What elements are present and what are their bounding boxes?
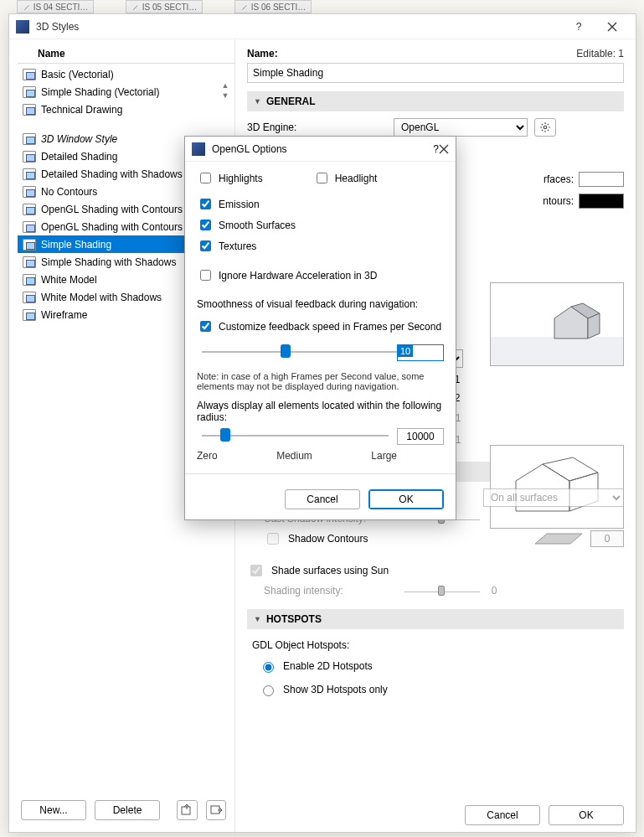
fps-input[interactable]: 10 bbox=[397, 344, 444, 361]
hotspots-3d-radio[interactable] bbox=[263, 685, 274, 696]
sun-mode-select: On all surfaces bbox=[483, 488, 624, 507]
highlights-checkbox[interactable] bbox=[200, 173, 211, 183]
style-icon bbox=[23, 239, 36, 251]
section-general[interactable]: ▼ GENERAL bbox=[247, 91, 624, 111]
shading-slider bbox=[404, 584, 480, 597]
contours-color[interactable] bbox=[579, 194, 624, 209]
shade-sun-checkbox bbox=[250, 565, 262, 576]
engine-options-button[interactable] bbox=[534, 118, 556, 137]
style-item[interactable]: Technical Drawing bbox=[18, 101, 234, 118]
style-item[interactable]: Simple Shading (Vectorial) bbox=[18, 83, 234, 101]
radius-label: Always display all elements located with… bbox=[197, 400, 444, 423]
style-label: Simple Shading with Shadows bbox=[41, 256, 176, 268]
ignore-hw-checkbox[interactable] bbox=[200, 270, 211, 281]
style-label: Detailed Shading bbox=[41, 151, 117, 163]
contours-label: ntours: bbox=[543, 195, 574, 207]
style-item[interactable]: Basic (Vectorial) bbox=[18, 65, 234, 83]
style-icon bbox=[23, 256, 36, 268]
svg-point-2 bbox=[544, 126, 547, 129]
radius-input[interactable] bbox=[397, 428, 444, 445]
radius-slider[interactable] bbox=[220, 428, 230, 442]
style-icon bbox=[23, 274, 36, 286]
hotspots-label: GDL Object Hotspots: bbox=[247, 636, 624, 654]
export-button[interactable] bbox=[206, 800, 226, 820]
style-icon bbox=[23, 204, 36, 215]
style-icon bbox=[23, 104, 36, 116]
style-label: White Model with Shadows bbox=[41, 292, 162, 303]
shadow-contours-value bbox=[590, 530, 624, 547]
style-label: Simple Shading (Vectorial) bbox=[41, 86, 159, 98]
style-label: Technical Drawing bbox=[41, 104, 122, 116]
style-icon bbox=[23, 186, 36, 198]
import-button[interactable] bbox=[177, 800, 197, 820]
section-hotspots[interactable]: ▼ HOTSPOTS bbox=[247, 609, 624, 629]
modal-close-button[interactable] bbox=[439, 144, 449, 154]
svg-marker-11 bbox=[535, 534, 582, 544]
surfaces-label: rfaces: bbox=[544, 173, 574, 185]
style-icon bbox=[23, 86, 36, 98]
delete-style-button[interactable]: Delete bbox=[95, 800, 160, 820]
engine-label: 3D Engine: bbox=[247, 121, 394, 133]
column-header-name[interactable]: Name bbox=[18, 44, 234, 64]
style-label: Detailed Shading with Shadows bbox=[41, 168, 183, 180]
window-title: 3D Styles bbox=[36, 21, 562, 33]
preview-contours bbox=[490, 445, 624, 529]
style-icon bbox=[23, 221, 36, 233]
ok-button[interactable]: OK bbox=[549, 805, 624, 825]
modal-help-button[interactable]: ? bbox=[433, 143, 439, 155]
shadow-preview-icon bbox=[533, 532, 584, 545]
surfaces-color[interactable] bbox=[579, 172, 624, 187]
engine-select[interactable]: OpenGL bbox=[394, 118, 528, 137]
style-name-input[interactable] bbox=[247, 63, 624, 83]
titlebar: 3D Styles ? bbox=[9, 14, 636, 39]
style-icon bbox=[23, 168, 36, 180]
headlight-checkbox[interactable] bbox=[317, 173, 327, 183]
preview-shading bbox=[490, 282, 624, 366]
style-label: No Contours bbox=[41, 186, 97, 198]
chevron-down-icon: ▼ bbox=[254, 615, 261, 623]
fps-checkbox[interactable] bbox=[200, 321, 211, 332]
shadow-contours-checkbox bbox=[267, 533, 279, 545]
modal-cancel-button[interactable]: Cancel bbox=[285, 489, 360, 509]
close-button[interactable] bbox=[595, 15, 629, 39]
chevron-down-icon: ▼ bbox=[254, 97, 261, 106]
svg-rect-0 bbox=[182, 807, 190, 814]
style-label: White Model bbox=[41, 274, 97, 286]
emission-checkbox[interactable] bbox=[200, 199, 211, 209]
style-icon bbox=[23, 151, 36, 163]
svg-marker-9 bbox=[543, 457, 598, 481]
scroll-indicator[interactable]: ▲▼ bbox=[219, 81, 231, 100]
fps-slider[interactable]: 10 bbox=[197, 339, 444, 364]
style-icon bbox=[23, 292, 36, 303]
style-label: 3D Window Style bbox=[41, 133, 117, 145]
modal-title: OpenGL Options bbox=[212, 143, 433, 155]
editable-label: Editable: 1 bbox=[576, 48, 624, 59]
style-label: Simple Shading bbox=[41, 239, 111, 251]
opengl-options-dialog: OpenGL Options ? Highlights Headlight Em… bbox=[184, 136, 456, 520]
style-label: OpenGL Shading with Contours w bbox=[41, 221, 193, 233]
style-icon bbox=[23, 69, 36, 80]
help-button[interactable]: ? bbox=[562, 15, 595, 39]
smoothness-label: Smoothness of visual feedback during nav… bbox=[197, 298, 444, 310]
smooth-checkbox[interactable] bbox=[200, 220, 211, 230]
fps-note: Note: in case of a high Frames per Secon… bbox=[197, 371, 444, 391]
textures-checkbox[interactable] bbox=[200, 240, 211, 251]
style-label: Basic (Vectorial) bbox=[41, 69, 114, 80]
app-icon bbox=[16, 20, 29, 34]
style-icon bbox=[23, 133, 36, 145]
modal-ok-button[interactable]: OK bbox=[368, 489, 444, 509]
cancel-button[interactable]: Cancel bbox=[465, 805, 540, 825]
hotspots-2d-radio[interactable] bbox=[263, 662, 274, 673]
style-label: Wireframe bbox=[41, 309, 87, 321]
app-icon bbox=[192, 142, 205, 156]
style-label: OpenGL Shading with Contours w bbox=[41, 204, 193, 215]
new-style-button[interactable]: New... bbox=[21, 800, 86, 820]
name-label: Name: bbox=[247, 48, 278, 59]
style-icon bbox=[23, 309, 36, 321]
